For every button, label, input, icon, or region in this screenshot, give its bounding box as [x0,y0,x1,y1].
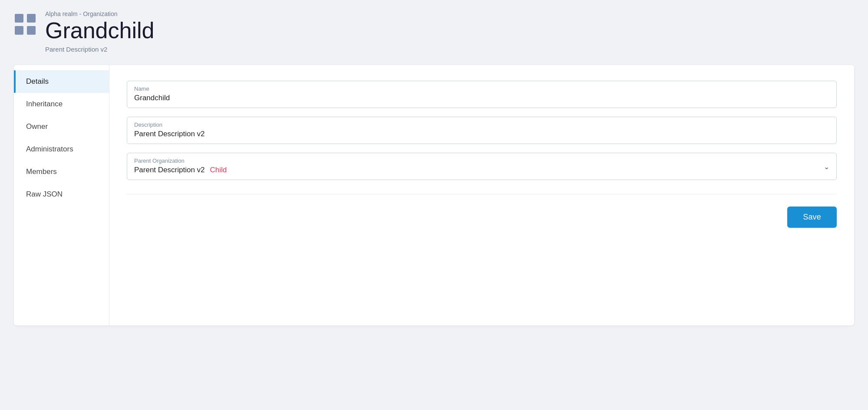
footer-actions: Save [127,194,837,228]
description-field[interactable]: Description Parent Description v2 [127,117,837,144]
sidebar-item-raw-json[interactable]: Raw JSON [14,183,109,206]
name-field[interactable]: Name Grandchild [127,81,837,108]
main-content: Name Grandchild Description Parent Descr… [109,65,854,325]
svg-rect-0 [15,14,23,23]
page-header: Alpha realm - Organization Grandchild Pa… [14,10,854,53]
content-area: Details Inheritance Owner Administrators… [14,65,854,325]
save-button[interactable]: Save [787,207,837,228]
org-icon [14,13,36,36]
sidebar-item-administrators[interactable]: Administrators [14,138,109,161]
sidebar-item-details[interactable]: Details [14,70,109,93]
name-label: Name [134,85,829,92]
svg-rect-2 [15,26,23,35]
description-value: Parent Description v2 [134,130,829,138]
sidebar-item-owner[interactable]: Owner [14,115,109,138]
page-title: Grandchild [45,18,154,43]
breadcrumb: Alpha realm - Organization [45,10,154,17]
page-subtitle: Parent Description v2 [45,46,154,53]
sidebar: Details Inheritance Owner Administrators… [14,65,109,325]
name-value: Grandchild [134,94,829,102]
svg-rect-1 [27,14,36,23]
parent-org-tag: Child [210,166,227,174]
form-section: Name Grandchild Description Parent Descr… [127,81,837,194]
sidebar-item-inheritance[interactable]: Inheritance [14,93,109,115]
svg-rect-3 [27,26,36,35]
parent-org-value: Parent Description v2 [134,166,205,174]
parent-org-field[interactable]: Parent Organization Parent Description v… [127,153,837,180]
parent-org-label: Parent Organization [134,157,819,164]
sidebar-item-members[interactable]: Members [14,161,109,183]
description-label: Description [134,121,829,128]
chevron-down-icon: ⌄ [824,162,829,171]
